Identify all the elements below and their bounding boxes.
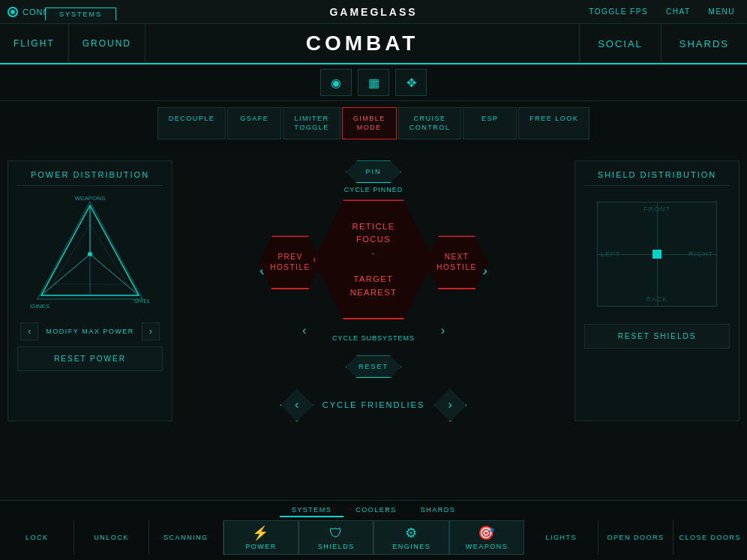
cycle-pinned-label: CYCLE PINNED	[344, 186, 404, 193]
reset-button[interactable]: RESET	[346, 355, 401, 378]
svg-text:ENGINES: ENGINES	[30, 303, 50, 310]
shield-icon-button[interactable]: ✥	[395, 69, 427, 96]
bottom-power-button[interactable]: ⚡ POWER	[224, 520, 298, 555]
bottom-scanning-button[interactable]: SCANNING	[149, 520, 224, 555]
toggle-esp[interactable]: ESP	[463, 107, 517, 139]
nav-ground[interactable]: GROUND	[69, 24, 146, 63]
cycle-friendlies-label: CYCLE FRIENDLIES	[322, 400, 425, 409]
toggle-gsafe[interactable]: GSAFE	[227, 107, 281, 139]
lock-label: LOCK	[26, 534, 49, 541]
engines-icon: ⚙	[405, 525, 418, 541]
toggle-decouple[interactable]: DECOUPLE	[158, 107, 226, 139]
menu-button[interactable]: MENU	[704, 6, 740, 17]
nav-flight[interactable]: FLIGHT	[0, 24, 69, 63]
pin-button[interactable]: PIN	[346, 160, 401, 183]
shield-grid-area: FRONT BACK LEFT RIGHT	[584, 190, 730, 318]
power-triangle-area: WEAPONS SHIELDS ENGINES	[17, 190, 163, 318]
title-game: GAME	[329, 6, 370, 18]
weapons-label: WEAPONS	[466, 543, 508, 550]
wifi-icon: ◉	[331, 76, 341, 90]
chat-button[interactable]: CHAT	[662, 6, 694, 17]
main-nav-row: FLIGHT GROUND COMBAT SOCIAL SHARDS	[0, 24, 747, 64]
toggle-fps-button[interactable]: TOGGLE FPS	[584, 6, 652, 17]
bottom-nav: SYSTEMS COOLERS SHARDS LOCK UNLOCK SCANN…	[0, 500, 747, 560]
bottom-engines-button[interactable]: ⚙ ENGINES	[374, 520, 448, 555]
shield-title: SHIELD DISTRIBUTION	[584, 170, 730, 179]
power-divider	[17, 185, 163, 186]
icon-row: ◉ ▦ ✥	[0, 64, 747, 101]
power-triangle-svg: WEAPONS SHIELDS ENGINES	[30, 194, 150, 314]
open-doors-label: OPEN DOORS	[608, 534, 664, 541]
power-distribution-panel: POWER DISTRIBUTION	[8, 160, 172, 421]
engines-label: ENGINES	[392, 543, 430, 550]
svg-text:SHIELDS: SHIELDS	[134, 298, 150, 304]
nav-shards[interactable]: SHARDS	[661, 24, 747, 63]
power-icon: ⚡	[252, 525, 270, 541]
app-title: GAMEGLASS	[329, 6, 417, 18]
main-content: POWER DISTRIBUTION	[0, 153, 747, 429]
reset-shields-button[interactable]: RESET SHIELDS	[584, 324, 730, 349]
modify-power-row: ‹ MODIFY MAX POWER ›	[17, 322, 163, 340]
unlock-label: UNLOCK	[94, 534, 129, 541]
shields-label: SHIELDS	[318, 543, 355, 550]
systems-tab-label[interactable]: SYSTEMS	[45, 7, 116, 20]
bottom-shields-button[interactable]: 🛡 SHIELDS	[298, 520, 374, 555]
shield-front-label: FRONT	[644, 205, 670, 213]
bottom-left-arrow[interactable]: ‹	[302, 324, 306, 337]
scanning-label: SCANNING	[164, 534, 208, 541]
bottom-actions: LOCK UNLOCK SCANNING ⚡ POWER 🛡 SHIELDS ⚙…	[0, 517, 747, 555]
power-decrease-button[interactable]: ‹	[20, 322, 38, 340]
grid-icon-button[interactable]: ▦	[358, 69, 389, 96]
wifi-icon-button[interactable]: ◉	[320, 69, 352, 96]
shield-distribution-panel: SHIELD DISTRIBUTION FRONT BACK LEFT RIGH…	[574, 160, 740, 421]
bottom-close-doors-button[interactable]: CLOSE DOORS	[674, 520, 747, 555]
cycle-friendlies-next-button[interactable]: ›	[434, 388, 466, 421]
shield-back-label: BACK	[646, 295, 668, 303]
combat-hex-container: PIN CYCLE PINNED ‹ › PREVHOSTILE RETICLE…	[238, 160, 508, 378]
next-hostile-button[interactable]: NEXTHOSTILE	[416, 235, 498, 289]
svg-point-9	[88, 252, 92, 256]
toggle-gimble[interactable]: GIMBLEMODE	[342, 107, 397, 139]
nav-combat[interactable]: COMBAT	[146, 24, 579, 63]
shield-center-dot	[652, 250, 662, 259]
shield-icon: ✥	[406, 76, 416, 90]
toggle-limiter[interactable]: LIMITERTOGGLE	[283, 107, 340, 139]
power-title: POWER DISTRIBUTION	[17, 170, 163, 179]
cycle-friendlies-prev-button[interactable]: ‹	[280, 388, 314, 421]
toggle-freelook[interactable]: FREE LOOK	[518, 107, 590, 139]
nav-wrapper: SYSTEMS FLIGHT GROUND COMBAT SOCIAL SHAR…	[0, 24, 747, 64]
shield-right-label: RIGHT	[688, 250, 713, 258]
cycle-friendlies-row: ‹ CYCLE FRIENDLIES ›	[280, 388, 467, 421]
shield-grid[interactable]: FRONT BACK LEFT RIGHT	[597, 202, 717, 307]
power-label: POWER	[245, 543, 277, 550]
grid-icon: ▦	[368, 76, 380, 90]
close-doors-label: CLOSE DOORS	[680, 534, 742, 541]
toggle-buttons-row: DECOUPLE GSAFE LIMITERTOGGLE GIMBLEMODE …	[0, 101, 747, 145]
pin-group: PIN CYCLE PINNED	[344, 160, 404, 193]
bottom-lock-button[interactable]: LOCK	[0, 520, 74, 555]
bottom-tab-systems[interactable]: SYSTEMS	[280, 504, 344, 517]
bottom-unlock-button[interactable]: UNLOCK	[74, 520, 148, 555]
bottom-right-arrow[interactable]: ›	[441, 324, 445, 337]
center-combat-button[interactable]: RETICLEFOCUS-TARGETNEAREST	[314, 199, 434, 319]
bottom-lights-button[interactable]: LIGHTS	[524, 520, 598, 555]
shields-icon: 🛡	[329, 526, 344, 541]
lights-label: LIGHTS	[545, 534, 577, 541]
bottom-tabs: SYSTEMS COOLERS SHARDS	[0, 501, 747, 517]
bottom-tab-coolers[interactable]: COOLERS	[344, 504, 409, 517]
title-glass: GLASS	[370, 6, 417, 18]
svg-line-7	[90, 254, 139, 295]
connected-indicator	[8, 7, 18, 17]
bottom-weapons-button[interactable]: 🎯 WEAPONS	[449, 520, 524, 555]
svg-line-8	[41, 254, 90, 295]
modify-power-label: MODIFY MAX POWER	[46, 328, 134, 335]
power-increase-button[interactable]: ›	[142, 322, 160, 340]
toggle-cruise[interactable]: CRUISECONTROL	[398, 107, 462, 139]
top-right-buttons: TOGGLE FPS CHAT MENU	[584, 6, 740, 17]
bottom-tab-shards[interactable]: SHARDS	[409, 504, 468, 517]
bottom-open-doors-button[interactable]: OPEN DOORS	[598, 520, 673, 555]
nav-social[interactable]: SOCIAL	[579, 24, 661, 63]
cycle-subsystems-label: CYCLE SUBSYSTEMS	[332, 334, 415, 342]
reset-power-button[interactable]: RESET POWER	[17, 346, 163, 371]
weapons-icon: 🎯	[478, 525, 496, 541]
